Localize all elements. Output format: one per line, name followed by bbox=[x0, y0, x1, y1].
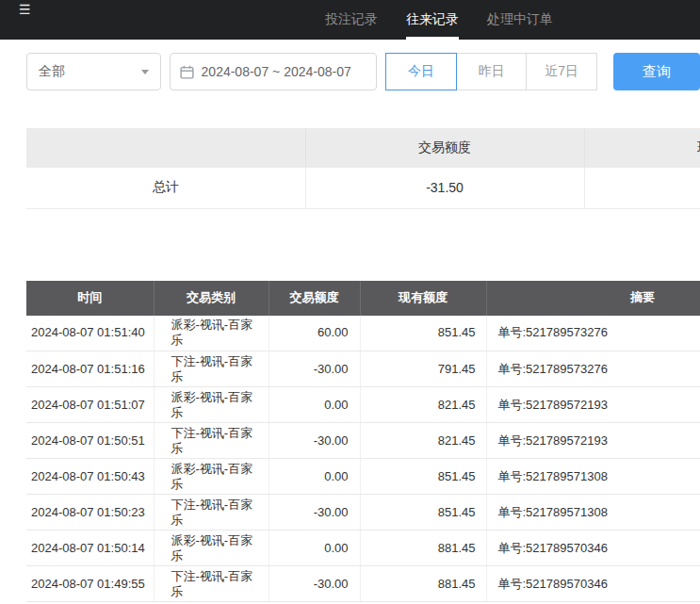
table-row: 2024-08-07 01:51:16 下注-视讯-百家乐 -30.00 791… bbox=[26, 351, 700, 387]
cell-summary: 单号:521789573276 bbox=[486, 351, 700, 387]
cell-time: 2024-08-07 01:50:14 bbox=[26, 531, 154, 566]
cell-type: 派彩-视讯-百家乐 bbox=[154, 316, 269, 351]
summary-total-label: 总计 bbox=[26, 168, 305, 208]
type-select-value: 全部 bbox=[39, 63, 65, 80]
tab-processing-orders[interactable]: 处理中订单 bbox=[487, 0, 553, 40]
cell-amount: 0.00 bbox=[269, 459, 360, 495]
header-balance: 现有额度 bbox=[360, 281, 486, 316]
calendar-icon bbox=[180, 65, 194, 79]
tab-betting-records[interactable]: 投注记录 bbox=[325, 0, 378, 40]
table-row: 2024-08-07 01:50:14 派彩-视讯-百家乐 0.00 881.4… bbox=[26, 531, 700, 566]
cell-summary: 单号:521789570346 bbox=[486, 531, 700, 566]
cell-summary: 单号:521789571308 bbox=[486, 495, 700, 531]
cell-time: 2024-08-07 01:50:51 bbox=[26, 423, 154, 459]
header-type: 交易类别 bbox=[154, 281, 269, 316]
cell-summary: 单号:521789571308 bbox=[486, 459, 700, 495]
summary-total-row: 总计 -31.50 bbox=[26, 168, 700, 208]
records-table: 时间 交易类别 交易额度 现有额度 摘要 2024-08-07 01:51:40… bbox=[26, 281, 700, 603]
summary-section: 交易额度 现有额度 总计 -31.50 bbox=[26, 128, 700, 209]
cell-summary: 单号:521789570346 bbox=[486, 566, 700, 602]
cell-amount: -30.00 bbox=[269, 423, 360, 459]
nav-tabs: 投注记录 往来记录 处理中订单 bbox=[325, 0, 553, 40]
cell-amount: -30.00 bbox=[269, 495, 360, 531]
cell-summary: 单号:521789573276 bbox=[486, 316, 700, 351]
cell-summary: 单号:521789572193 bbox=[486, 423, 700, 459]
type-select[interactable]: 全部 bbox=[26, 53, 161, 90]
summary-header-row: 交易额度 现有额度 bbox=[26, 128, 700, 168]
filter-bar: 全部 2024-08-07 ~ 2024-08-07 今日 昨日 近7日 查询 bbox=[26, 53, 700, 90]
summary-header-blank bbox=[26, 128, 305, 168]
cell-balance: 851.45 bbox=[360, 495, 486, 531]
cell-balance: 881.45 bbox=[360, 531, 486, 566]
cell-type: 下注-视讯-百家乐 bbox=[154, 423, 269, 459]
chevron-down-icon bbox=[141, 70, 149, 74]
summary-header-balance: 现有额度 bbox=[584, 128, 700, 168]
cell-time: 2024-08-07 01:51:16 bbox=[26, 351, 154, 387]
cell-amount: 60.00 bbox=[269, 316, 360, 351]
cell-time: 2024-08-07 01:51:40 bbox=[26, 316, 154, 351]
today-button[interactable]: 今日 bbox=[385, 53, 457, 90]
records-section: 时间 交易类别 交易额度 现有额度 摘要 2024-08-07 01:51:40… bbox=[26, 281, 700, 603]
last7days-button[interactable]: 近7日 bbox=[526, 53, 597, 90]
table-row: 2024-08-07 01:51:07 派彩-视讯-百家乐 0.00 821.4… bbox=[26, 387, 700, 423]
header-time: 时间 bbox=[26, 281, 154, 316]
cell-amount: 0.00 bbox=[269, 387, 360, 423]
table-row: 2024-08-07 01:50:23 下注-视讯-百家乐 -30.00 851… bbox=[26, 495, 700, 531]
cell-type: 派彩-视讯-百家乐 bbox=[154, 387, 269, 423]
cell-time: 2024-08-07 01:49:55 bbox=[26, 566, 154, 602]
cell-amount: -30.00 bbox=[269, 566, 360, 602]
cell-amount: -30.00 bbox=[269, 351, 360, 387]
cell-balance: 881.45 bbox=[360, 566, 486, 602]
summary-table: 交易额度 现有额度 总计 -31.50 bbox=[26, 128, 700, 209]
table-row: 2024-08-07 01:50:51 下注-视讯-百家乐 -30.00 821… bbox=[26, 423, 700, 459]
cell-time: 2024-08-07 01:50:23 bbox=[26, 495, 154, 531]
yesterday-button[interactable]: 昨日 bbox=[456, 53, 528, 90]
header-summary: 摘要 bbox=[486, 281, 700, 316]
top-navbar: ☰ 投注记录 往来记录 处理中订单 bbox=[0, 0, 700, 40]
search-button[interactable]: 查询 bbox=[613, 53, 700, 90]
cell-balance: 821.45 bbox=[360, 387, 486, 423]
cell-type: 下注-视讯-百家乐 bbox=[154, 566, 269, 602]
cell-amount: 0.00 bbox=[269, 531, 360, 566]
cell-type: 派彩-视讯-百家乐 bbox=[154, 531, 269, 566]
table-row: 2024-08-07 01:49:55 下注-视讯-百家乐 -30.00 881… bbox=[26, 566, 700, 602]
hamburger-menu-icon[interactable]: ☰ bbox=[19, 3, 31, 16]
cell-balance: 851.45 bbox=[360, 316, 486, 351]
cell-type: 派彩-视讯-百家乐 bbox=[154, 459, 269, 495]
table-row: 2024-08-07 01:50:43 派彩-视讯-百家乐 0.00 851.4… bbox=[26, 459, 700, 495]
summary-header-amount: 交易额度 bbox=[305, 128, 584, 168]
cell-balance: 821.45 bbox=[360, 423, 486, 459]
header-amount: 交易额度 bbox=[269, 281, 360, 316]
date-range-value: 2024-08-07 ~ 2024-08-07 bbox=[202, 64, 351, 79]
cell-type: 下注-视讯-百家乐 bbox=[154, 351, 269, 387]
table-row: 2024-08-07 01:51:40 派彩-视讯-百家乐 60.00 851.… bbox=[26, 316, 700, 351]
records-header-row: 时间 交易类别 交易额度 现有额度 摘要 bbox=[26, 281, 700, 316]
summary-total-amount: -31.50 bbox=[305, 168, 584, 208]
cell-time: 2024-08-07 01:50:43 bbox=[26, 459, 154, 495]
cell-balance: 851.45 bbox=[360, 459, 486, 495]
cell-balance: 791.45 bbox=[360, 351, 486, 387]
date-range-input[interactable]: 2024-08-07 ~ 2024-08-07 bbox=[170, 53, 378, 90]
summary-total-balance bbox=[584, 168, 700, 208]
cell-summary: 单号:521789572193 bbox=[486, 387, 700, 423]
cell-type: 下注-视讯-百家乐 bbox=[154, 495, 269, 531]
cell-time: 2024-08-07 01:51:07 bbox=[26, 387, 154, 423]
tab-transaction-records[interactable]: 往来记录 bbox=[406, 0, 459, 40]
